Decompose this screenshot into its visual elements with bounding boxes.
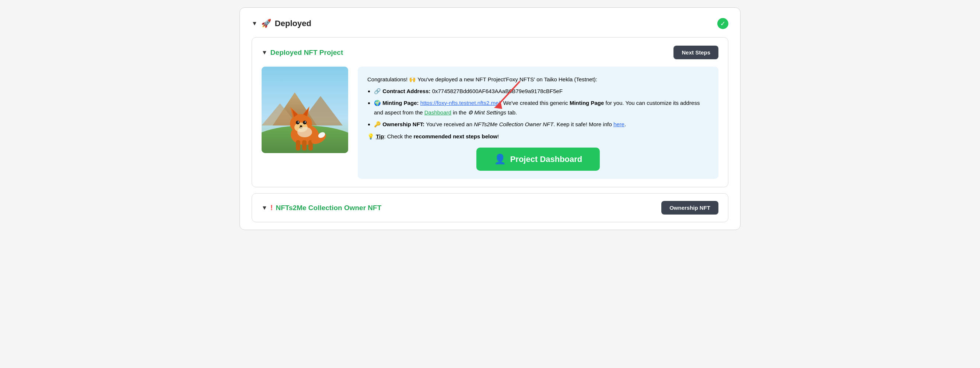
minting-page-link[interactable]: https://foxy-nfts.testnet.nfts2.me/ (420, 100, 500, 106)
project-dashboard-button[interactable]: 👤 Project Dashboard (476, 148, 600, 171)
owner-nft-exclaim: ! (270, 203, 273, 212)
ownership-nft-item: 🔑 Ownership NFT: You've received an NFTs… (374, 120, 709, 129)
owner-nft-title: ▼ ! NFTs2Me Collection Owner NFT (262, 203, 381, 212)
outer-title: ▼ 🚀 Deployed (251, 19, 311, 29)
inner-chevron-icon[interactable]: ▼ (262, 49, 267, 56)
dashboard-btn-icon: 👤 (494, 154, 506, 165)
rocket-emoji: 🚀 (261, 19, 271, 29)
deployed-nft-project-card: ▼ Deployed NFT Project Next Steps (251, 37, 729, 187)
deployed-nft-project-title: ▼ Deployed NFT Project (262, 49, 343, 57)
contract-address-value: 0x7745827Bdd600AF643AAaB6B79e9a9178cBF5e… (432, 88, 563, 94)
fox-image (262, 67, 348, 153)
ownership-nft-button[interactable]: Ownership NFT (661, 201, 718, 214)
outer-header: ▼ 🚀 Deployed ✓ (251, 18, 729, 29)
here-link[interactable]: here (613, 121, 624, 127)
svg-point-20 (305, 121, 306, 122)
owner-nft-chevron-icon[interactable]: ▼ (262, 205, 267, 211)
dashboard-btn-wrap: 👤 Project Dashboard (368, 148, 709, 171)
tip-row: 💡 Tip: Check the recommended next steps … (368, 132, 709, 141)
dashboard-link[interactable]: Dashboard (425, 109, 451, 116)
next-steps-button[interactable]: Next Steps (673, 46, 718, 59)
svg-point-22 (298, 127, 312, 137)
svg-point-18 (303, 121, 307, 124)
contract-emoji: 🔗 (374, 88, 381, 94)
deployed-nft-project-label: Deployed NFT Project (270, 49, 343, 57)
tip-emoji: 💡 (368, 133, 374, 140)
svg-rect-6 (296, 140, 300, 151)
deployed-check-icon: ✓ (718, 18, 729, 29)
owner-nft-header: ▼ ! NFTs2Me Collection Owner NFT Ownersh… (262, 201, 718, 214)
svg-rect-7 (302, 140, 307, 151)
owner-nft-card: ▼ ! NFTs2Me Collection Owner NFT Ownersh… (251, 193, 729, 222)
contract-address-item: 🔗 Contract Address: 0x7745827Bdd600AF643… (374, 86, 709, 96)
key-emoji: 🔑 (374, 121, 381, 127)
minting-label: Minting Page: (382, 100, 418, 106)
congrats-text: Congratulations! 🙌 You've deployed a new… (368, 75, 709, 84)
ownership-label: Ownership NFT: (382, 121, 425, 127)
content-area: Congratulations! 🙌 You've deployed a new… (262, 67, 718, 179)
outer-card: ▼ 🚀 Deployed ✓ ▼ Deployed NFT Project Ne… (239, 7, 741, 230)
outer-title-text: Deployed (275, 19, 311, 29)
minting-page-item: 🌍 Minting Page: https://foxy-nfts.testne… (374, 98, 709, 117)
outer-chevron-icon[interactable]: ▼ (251, 20, 258, 27)
contract-label: Contract Address: (382, 88, 430, 94)
tip-label: Tip (376, 133, 384, 140)
dashboard-btn-label: Project Dashboard (510, 155, 582, 164)
svg-point-19 (298, 121, 299, 122)
info-box: Congratulations! 🙌 You've deployed a new… (358, 67, 718, 179)
globe-emoji: 🌍 (374, 100, 381, 106)
info-list: 🔗 Contract Address: 0x7745827Bdd600AF643… (374, 86, 709, 129)
deployed-nft-project-header: ▼ Deployed NFT Project Next Steps (262, 46, 718, 59)
svg-point-21 (300, 125, 302, 127)
owner-nft-title-text: NFTs2Me Collection Owner NFT (276, 204, 382, 212)
svg-point-17 (296, 121, 299, 124)
